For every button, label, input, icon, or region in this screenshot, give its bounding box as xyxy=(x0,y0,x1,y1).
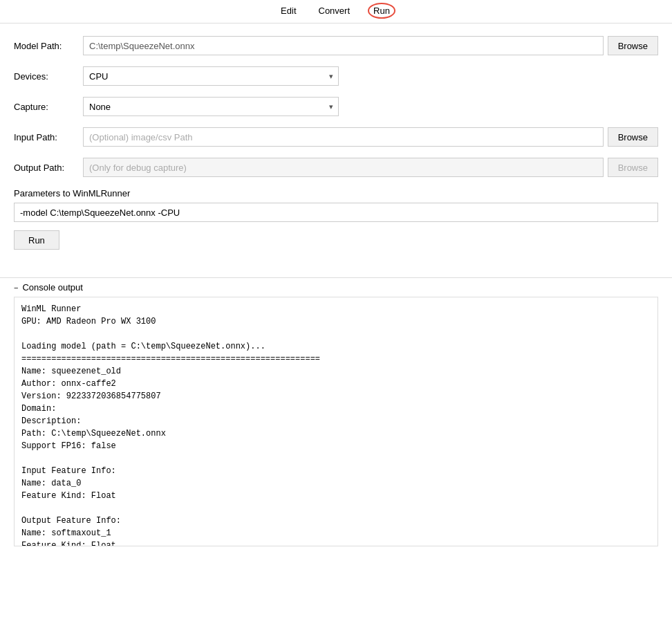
menu-run[interactable]: Run xyxy=(368,3,395,19)
input-path-input[interactable] xyxy=(83,127,604,147)
capture-dropdown-wrapper: None Output All ▾ xyxy=(83,97,339,116)
capture-select[interactable]: None Output All xyxy=(83,97,339,116)
input-path-row: Input Path: Browse xyxy=(14,127,658,147)
console-output[interactable]: WinML Runner GPU: AMD Radeon Pro WX 3100… xyxy=(15,297,657,546)
run-button[interactable]: Run xyxy=(14,230,59,250)
console-section: − Console output WinML Runner GPU: AMD R… xyxy=(0,278,672,546)
model-path-row: Model Path: Browse xyxy=(14,36,658,55)
capture-row: Capture: None Output All ▾ xyxy=(14,97,658,116)
main-content: Model Path: Browse Devices: CPU GPU Dire… xyxy=(0,24,672,257)
console-output-wrapper: WinML Runner GPU: AMD Radeon Pro WX 3100… xyxy=(14,297,658,546)
console-header-label: Console output xyxy=(22,282,82,293)
menu-edit[interactable]: Edit xyxy=(277,4,300,17)
params-section: Parameters to WinMLRunner xyxy=(14,188,658,222)
menu-convert[interactable]: Convert xyxy=(315,4,355,17)
console-toggle-icon: − xyxy=(14,284,18,292)
console-header[interactable]: − Console output xyxy=(14,278,658,297)
output-path-row: Output Path: Browse xyxy=(14,158,658,177)
model-path-label: Model Path: xyxy=(14,41,83,51)
params-section-label: Parameters to WinMLRunner xyxy=(14,188,658,198)
devices-label: Devices: xyxy=(14,71,83,82)
menu-bar: Edit Convert Run xyxy=(0,0,672,24)
input-path-browse-button[interactable]: Browse xyxy=(608,127,658,147)
capture-label: Capture: xyxy=(14,102,83,112)
devices-row: Devices: CPU GPU DirectML ▾ xyxy=(14,66,658,86)
output-path-browse-button: Browse xyxy=(608,158,658,177)
devices-dropdown-wrapper: CPU GPU DirectML ▾ xyxy=(83,66,339,86)
output-path-input[interactable] xyxy=(83,158,604,177)
model-path-input[interactable] xyxy=(83,36,604,55)
devices-select[interactable]: CPU GPU DirectML xyxy=(83,66,339,86)
input-path-label: Input Path: xyxy=(14,132,83,142)
params-input[interactable] xyxy=(14,203,658,222)
output-path-label: Output Path: xyxy=(14,163,83,173)
model-path-browse-button[interactable]: Browse xyxy=(608,36,658,55)
